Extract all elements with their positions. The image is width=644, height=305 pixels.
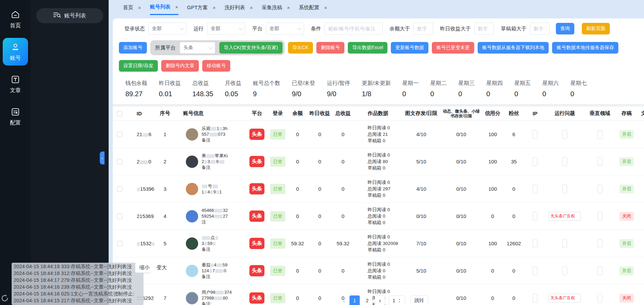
column-header[interactable]: 垂直领域 <box>584 110 616 117</box>
upload-to-server-button[interactable]: 账号数据本地传服务器保存 <box>552 42 618 54</box>
vertical-field-box[interactable] <box>598 212 602 221</box>
page-number[interactable]: 2 <box>362 295 372 305</box>
ip-box[interactable] <box>533 212 537 221</box>
tab[interactable]: 系统配置 × <box>299 0 327 15</box>
sidebar-item[interactable]: 配置 <box>3 103 28 130</box>
run-issue-box[interactable]: 无头条广告权 <box>549 294 581 303</box>
prev-page-button[interactable]: ‹ <box>341 297 347 305</box>
tab-close-icon[interactable]: × <box>138 5 141 11</box>
run-issue-box[interactable] <box>562 266 567 275</box>
row-checkbox[interactable] <box>117 159 122 164</box>
changed-not-updated-button[interactable]: 账号已更变未更 <box>432 42 474 54</box>
run-issue-box[interactable] <box>562 239 567 248</box>
next-page-button[interactable]: › <box>375 295 385 305</box>
ip-box[interactable] <box>533 239 537 248</box>
column-header[interactable]: ID <box>126 111 157 116</box>
platform-group-select[interactable]: 头条 <box>180 42 215 54</box>
balance-gt-input[interactable] <box>413 23 433 35</box>
export-ck-button[interactable]: 导出CK <box>288 42 313 54</box>
vertical-field-box[interactable] <box>598 157 602 166</box>
tab-close-icon[interactable]: × <box>175 4 178 10</box>
sidebar-item[interactable]: 文章 <box>3 70 28 98</box>
ip-box[interactable] <box>533 266 537 275</box>
platform-filter-select[interactable]: 全部 <box>266 23 304 35</box>
tab[interactable]: GPT方案 × <box>187 0 216 15</box>
download-to-local-button[interactable]: 账号数据从服务器下载到本地 <box>478 42 549 54</box>
log-shrink-button[interactable]: 缩小 <box>139 264 150 271</box>
column-header[interactable]: 登录 <box>268 110 288 117</box>
yesterday-gt-input[interactable] <box>474 23 494 35</box>
run-issue-box[interactable] <box>562 185 567 193</box>
ip-box[interactable] <box>533 157 537 166</box>
vertical-field-box[interactable] <box>598 294 602 303</box>
row-checkbox[interactable] <box>117 132 122 137</box>
tab[interactable]: 首页 × <box>123 0 141 15</box>
tab[interactable]: 账号列表 × <box>150 0 178 15</box>
ip-box[interactable] <box>533 294 537 303</box>
column-header[interactable]: 余额 <box>288 110 307 117</box>
ip-box[interactable] <box>533 130 537 139</box>
update-account-data-button[interactable]: 更新账号数据 <box>391 42 428 54</box>
move-account-button[interactable]: 移动账号 <box>202 60 230 72</box>
column-header[interactable]: 总收益 <box>332 110 354 117</box>
store-status[interactable]: 开启 <box>619 239 634 248</box>
select-all-checkbox[interactable] <box>117 111 122 116</box>
tab[interactable]: 采集洗稿 × <box>262 0 290 15</box>
page-jump-input[interactable] <box>389 298 399 303</box>
column-header[interactable]: 平台 <box>246 110 268 117</box>
stepper-arrows[interactable]: ▴▾ <box>399 298 400 303</box>
ip-box[interactable] <box>533 185 537 193</box>
column-header[interactable]: 动态、微头条、小绿书存发/日限 <box>441 109 482 118</box>
vertical-field-box[interactable] <box>598 239 602 248</box>
column-header[interactable]: 粉丝 <box>504 110 524 117</box>
vertical-field-box[interactable] <box>598 266 602 275</box>
column-header[interactable]: 文 <box>637 110 644 117</box>
add-account-button[interactable]: 添加账号 <box>119 42 147 54</box>
running-select[interactable]: 全部 <box>207 23 245 35</box>
column-header[interactable]: IP <box>524 111 546 116</box>
row-checkbox[interactable] <box>117 186 122 192</box>
store-status[interactable]: 关闭 <box>619 294 634 303</box>
store-status[interactable]: 开启 <box>619 130 634 139</box>
column-header[interactable]: 信用分 <box>482 110 504 117</box>
vertical-field-box[interactable] <box>598 185 602 193</box>
tab-close-icon[interactable]: × <box>213 5 216 11</box>
column-header[interactable]: 序号 <box>157 110 173 117</box>
row-checkbox[interactable] <box>117 214 122 219</box>
column-header[interactable]: 存稿 <box>616 110 637 117</box>
store-status[interactable]: 开启 <box>619 157 634 166</box>
query-button[interactable]: 查询 <box>556 23 574 34</box>
row-checkbox[interactable] <box>117 241 122 246</box>
log-enlarge-button[interactable]: 变大 <box>156 264 167 271</box>
column-header[interactable]: 昨日收益 <box>307 110 332 117</box>
page-number[interactable]: 1 <box>350 295 360 305</box>
tab-close-icon[interactable]: × <box>324 5 327 11</box>
store-status[interactable]: 关闭 <box>619 212 634 221</box>
refresh-page-button[interactable]: 刷新页面 <box>582 23 610 34</box>
set-daily-limit-button[interactable]: 设置日限/存发 <box>119 60 158 72</box>
import-ck-button[interactable]: 导入CK(暂支持头条/百家) <box>219 42 283 54</box>
sidebar-item[interactable]: 首页 <box>3 5 28 33</box>
tab-close-icon[interactable]: × <box>250 5 253 11</box>
run-issue-box[interactable] <box>562 130 567 139</box>
store-status[interactable]: 开启 <box>619 185 634 193</box>
column-header[interactable]: 运行问题 <box>546 110 584 117</box>
login-status-select[interactable]: 全部 <box>148 23 187 35</box>
column-header[interactable]: 作品数据 <box>354 110 402 117</box>
delete-articles-button[interactable]: 删除号内文章 <box>161 60 199 72</box>
export-excel-button[interactable]: 导出数据Excel <box>348 42 387 54</box>
tab-close-icon[interactable]: × <box>287 5 290 11</box>
run-issue-box[interactable]: 无头条广告权 <box>549 212 581 221</box>
store-status[interactable]: 开启 <box>619 266 634 275</box>
delete-account-button[interactable]: 删除账号 <box>316 42 344 54</box>
tab[interactable]: 洗好列表 × <box>224 0 253 15</box>
module-search[interactable]: 账号列表 <box>36 8 103 23</box>
vertical-field-box[interactable] <box>598 130 602 139</box>
run-issue-box[interactable] <box>562 157 567 166</box>
jump-button[interactable]: 跳转 <box>410 295 428 305</box>
column-header[interactable]: 图文存发/日限 <box>402 110 441 117</box>
condition-input[interactable] <box>325 23 383 35</box>
sidebar-item[interactable]: 账号 <box>3 38 28 66</box>
draft-gt-input[interactable] <box>530 23 550 35</box>
column-header[interactable]: 账号信息 <box>173 110 246 117</box>
